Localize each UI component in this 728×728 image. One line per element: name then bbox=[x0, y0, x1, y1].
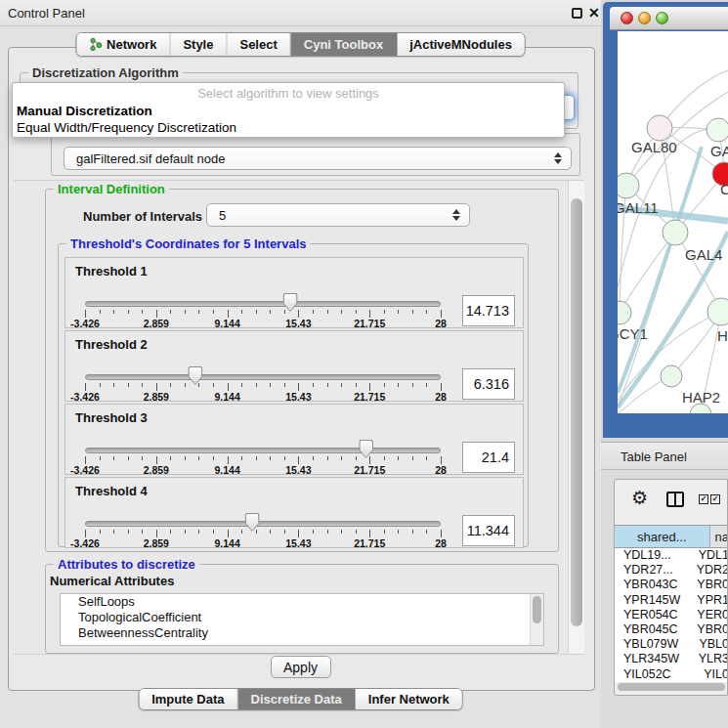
node-label: GAL11 bbox=[618, 199, 659, 216]
num-intervals-combo[interactable]: 5 bbox=[206, 203, 470, 227]
threshold-slider[interactable]: -3.4262.8599.14415.4321.71528 bbox=[85, 405, 441, 476]
attribute-item-selfloops[interactable]: SelfLoops bbox=[61, 594, 543, 610]
slider-track[interactable] bbox=[85, 521, 441, 527]
cell-name: YDR2 bbox=[693, 563, 728, 578]
threshold-value-field[interactable]: 14.713 bbox=[462, 295, 515, 326]
window-close-button[interactable] bbox=[621, 12, 633, 24]
network-icon bbox=[89, 37, 102, 52]
interval-definition-groupbox: Interval Definition Number of Intervals … bbox=[45, 189, 559, 552]
slider-track[interactable] bbox=[85, 301, 441, 307]
attributes-list[interactable]: SelfLoopsTopologicalCoefficientBetweenne… bbox=[60, 593, 544, 646]
threshold-slider[interactable]: -3.4262.8599.14415.4321.71528 bbox=[85, 331, 441, 403]
tab-network[interactable]: Network bbox=[76, 33, 170, 56]
cell-name: YDL1 bbox=[695, 548, 728, 563]
float-window-icon[interactable] bbox=[572, 8, 582, 19]
cell-name: YIL0 bbox=[700, 667, 728, 682]
table-horizontal-scrollbar[interactable] bbox=[615, 682, 728, 692]
network-edge bbox=[620, 233, 675, 313]
cell-shared-name: YPR145W bbox=[615, 593, 693, 608]
table-row[interactable]: YBL079WYBL0 bbox=[615, 637, 728, 652]
cell-name: YER0 bbox=[693, 608, 728, 622]
network-node-h[interactable] bbox=[707, 298, 728, 325]
columns-icon[interactable] bbox=[666, 492, 684, 507]
num-intervals-value: 5 bbox=[219, 208, 226, 223]
tab-label: Impute Data bbox=[151, 692, 224, 707]
gear-icon[interactable]: ⚙ bbox=[631, 487, 648, 508]
tab-style[interactable]: Style bbox=[170, 33, 227, 56]
table-row[interactable]: YLR345WYLR3 bbox=[615, 652, 728, 666]
window-minimize-button[interactable] bbox=[638, 12, 651, 24]
table-panel-container: ⚙ ✓✓ shared... na YDL19...YDL1YDR27...YD… bbox=[614, 479, 728, 696]
attribute-item-betweennesscentrality[interactable]: BetweennessCentrality bbox=[61, 625, 543, 641]
tab-label: jActiveMNodules bbox=[409, 37, 512, 52]
table-data-combo[interactable]: galFiltered.sif default node bbox=[64, 147, 572, 170]
algorithm-group-label: Discretization Algorithm bbox=[28, 65, 183, 80]
network-node-ga[interactable] bbox=[707, 118, 728, 142]
cell-name: YPR1 bbox=[693, 593, 728, 608]
checkbox-icons[interactable]: ✓✓ bbox=[699, 494, 720, 504]
attribute-item-topologicalcoefficient[interactable]: TopologicalCoefficient bbox=[61, 610, 543, 625]
threshold-slider[interactable]: -3.4262.8599.14415.4321.71528 bbox=[85, 478, 441, 549]
attributes-list-scrollbar[interactable] bbox=[530, 594, 543, 645]
interval-definition-label: Interval Definition bbox=[54, 182, 169, 196]
table-row[interactable]: YDL19...YDL1 bbox=[615, 548, 728, 563]
algorithm-popup-hint: Select algorithm to view settings bbox=[13, 85, 564, 103]
network-view-window: GAL80GACGAL11GAL4GCY1HHAP2 bbox=[603, 2, 728, 438]
apply-button[interactable]: Apply bbox=[271, 656, 331, 678]
tab-discretize-data[interactable]: Discretize Data bbox=[238, 689, 356, 709]
threshold-value-field[interactable]: 21.4 bbox=[462, 442, 515, 473]
network-canvas[interactable]: GAL80GACGAL11GAL4GCY1HHAP2 bbox=[618, 31, 728, 413]
table-row[interactable]: YBR045CYBR0 bbox=[615, 622, 728, 637]
tab-label: Select bbox=[239, 37, 277, 52]
table-row[interactable]: YDR27...YDR2 bbox=[615, 563, 728, 578]
network-node-gal4[interactable] bbox=[663, 220, 688, 245]
cell-shared-name: YBR045C bbox=[615, 622, 693, 637]
network-node-gcy1[interactable] bbox=[618, 301, 631, 324]
cell-name: YBR0 bbox=[693, 578, 728, 592]
cell-shared-name: YBR043C bbox=[615, 578, 693, 592]
table-panel-body: ⚙ ✓✓ shared... na YDL19...YDL1YDR27...YD… bbox=[601, 470, 728, 728]
tab-jactivemnodules[interactable]: jActiveMNodules bbox=[397, 33, 525, 56]
settings-vertical-scrollbar[interactable] bbox=[568, 181, 584, 654]
node-label: GCY1 bbox=[618, 325, 648, 342]
slider-tick-labels: -3.4262.8599.14415.4321.71528 bbox=[85, 464, 441, 476]
algorithm-dropdown-popup: Select algorithm to view settings Manual… bbox=[12, 82, 565, 138]
threshold-slider[interactable]: -3.4262.8599.14415.4321.71528 bbox=[85, 258, 441, 329]
cell-shared-name: YIL052C bbox=[615, 667, 700, 682]
threshold-value-field[interactable]: 11.344 bbox=[462, 515, 515, 546]
tab-impute-data[interactable]: Impute Data bbox=[139, 689, 237, 709]
tab-cyni-toolbox[interactable]: Cyni Toolbox bbox=[291, 33, 397, 56]
table-row[interactable]: YPR145WYPR1 bbox=[615, 593, 728, 608]
slider-ticks bbox=[85, 310, 441, 318]
table-panel-titlebar: Table Panel bbox=[601, 442, 728, 470]
network-graph[interactable]: GAL80GACGAL11GAL4GCY1HHAP2 bbox=[618, 31, 728, 413]
window-zoom-button[interactable] bbox=[656, 12, 668, 24]
num-intervals-label: Number of Intervals bbox=[83, 209, 202, 224]
threshold-panel: Threshold 2-3.4262.8599.14415.4321.71528… bbox=[64, 330, 524, 402]
close-icon[interactable]: ✕ bbox=[588, 5, 600, 21]
slider-ticks bbox=[85, 530, 441, 537]
threshold-panel: Threshold 4-3.4262.8599.14415.4321.71528… bbox=[64, 477, 524, 548]
algorithm-option-manual-discretization[interactable]: Manual Discretization bbox=[13, 103, 564, 119]
table-row[interactable]: YIL052CYIL0 bbox=[615, 667, 728, 682]
network-node-gal11[interactable] bbox=[618, 173, 639, 198]
slider-track[interactable] bbox=[85, 448, 441, 453]
table-row[interactable]: YBR043CYBR0 bbox=[615, 578, 728, 592]
algorithm-option-equal-width-frequency-discretization[interactable]: Equal Width/Frequency Discretization bbox=[13, 119, 564, 136]
tab-select[interactable]: Select bbox=[227, 33, 290, 56]
network-node-hap2[interactable] bbox=[661, 365, 682, 387]
slider-track[interactable] bbox=[85, 374, 441, 380]
attributes-groupbox: Attributes to discretize Numerical Attri… bbox=[45, 564, 559, 654]
node-table: shared... na YDL19...YDL1YDR27...YDR2YBR… bbox=[615, 525, 728, 682]
network-node-gal80[interactable] bbox=[647, 115, 672, 141]
stepper-icon bbox=[554, 152, 562, 164]
threshold-value-field[interactable]: 6.316 bbox=[462, 368, 515, 400]
network-window-titlebar bbox=[610, 7, 728, 30]
slider-tick-labels: -3.4262.8599.14415.4321.71528 bbox=[85, 318, 441, 329]
column-header-name[interactable]: na bbox=[710, 526, 728, 547]
node-label: H bbox=[717, 327, 728, 344]
column-header-shared-name[interactable]: shared... bbox=[615, 526, 710, 547]
cell-name: YBR0 bbox=[693, 622, 728, 637]
table-row[interactable]: YER054CYER0 bbox=[615, 608, 728, 622]
tab-infer-network[interactable]: Infer Network bbox=[356, 689, 462, 709]
